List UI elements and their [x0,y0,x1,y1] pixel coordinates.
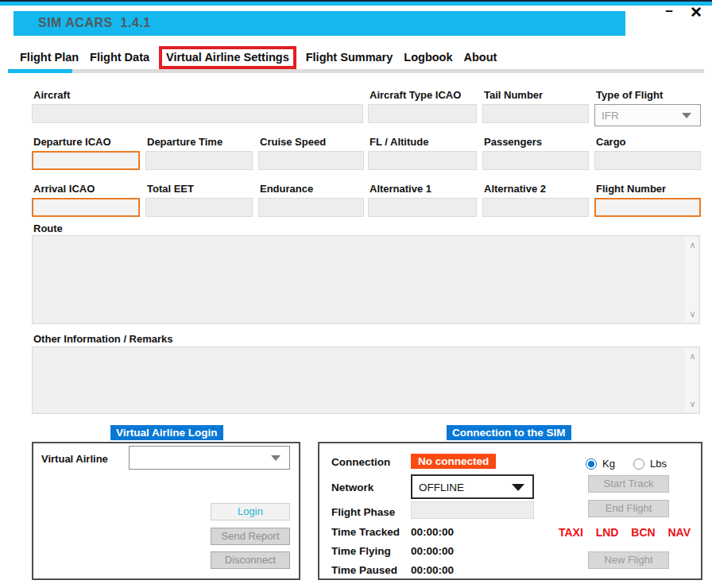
tab-about[interactable]: About [464,49,497,66]
network-select[interactable]: OFFLINE [411,474,534,499]
departure-time-field[interactable] [145,151,253,170]
route-label: Route [33,222,63,234]
time-flying-label: Time Flying [331,545,391,557]
lbs-radio[interactable] [633,458,644,470]
departure-icao-field[interactable] [32,151,140,170]
tab-flight-summary[interactable]: Flight Summary [306,49,393,66]
alternative-1-field[interactable] [368,198,477,217]
new-flight-button[interactable]: New Flight [588,551,669,569]
other-info-label: Other Information / Remarks [33,333,173,345]
endurance-label: Endurance [260,183,313,195]
fl-altitude-field[interactable] [368,151,477,170]
flight-phase-label: Flight Phase [331,506,395,518]
arrival-icao-label: Arrival ICAO [33,183,95,195]
lnd-flag: LND [596,526,619,539]
sim-connection-heading: Connection to the SIM [447,425,571,440]
alternative-1-label: Alternative 1 [370,183,431,195]
sim-acars-window: SIM ACARS 1.4.1 – × Flight Plan Flight D… [0,0,712,588]
tab-virtual-airline-settings[interactable]: Virtual Airline Settings [159,46,296,69]
type-of-flight-select[interactable]: IFR [594,104,701,126]
lbs-radio-label: Lbs [650,458,667,470]
route-scrollbar[interactable]: ∧ ∨ [686,238,698,322]
tail-number-field[interactable] [482,104,589,123]
time-flying-value: 00:00:00 [411,545,454,557]
endurance-field[interactable] [258,198,364,217]
nav-flag: NAV [668,526,691,539]
route-textarea[interactable]: ∧ ∨ [32,235,700,324]
taxi-flag: TAXI [559,526,583,539]
bcn-flag: BCN [631,526,655,539]
departure-icao-label: Departure ICAO [33,136,111,148]
login-button[interactable]: Login [211,503,290,520]
tail-number-label: Tail Number [484,89,543,101]
annunciator-flags: TAXI LND BCN NAV [559,526,691,539]
cruise-speed-field[interactable] [258,151,364,170]
aircraft-type-icao-field[interactable] [368,104,477,123]
network-value: OFFLINE [419,481,464,493]
fl-altitude-label: FL / Altitude [370,136,428,148]
tab-divider [8,69,704,73]
tab-bar: Flight Plan Flight Data Virtual Airline … [20,49,497,66]
app-title: SIM ACARS 1.4.1 [38,16,151,30]
connection-label: Connection [331,456,390,468]
flight-phase-field [411,501,534,519]
passengers-label: Passengers [484,136,542,148]
aircraft-field[interactable] [32,104,363,123]
arrival-icao-field[interactable] [32,198,140,217]
type-of-flight-label: Type of Flight [596,89,663,101]
tab-flight-data[interactable]: Flight Data [90,49,149,66]
scroll-down-icon[interactable]: ∨ [687,399,698,409]
tab-flight-plan[interactable]: Flight Plan [20,49,79,66]
passengers-field[interactable] [482,151,589,170]
scroll-up-icon[interactable]: ∧ [687,240,698,250]
send-report-button[interactable]: Send Report [211,528,290,545]
close-icon[interactable]: × [688,2,704,22]
chevron-down-icon [682,113,691,118]
start-track-button[interactable]: Start Track [588,475,669,493]
virtual-airline-label: Virtual Airline [41,453,108,465]
time-tracked-label: Time Tracked [331,526,400,538]
minimize-icon[interactable]: – [662,2,676,21]
scroll-down-icon[interactable]: ∨ [687,309,698,319]
window-top-border [0,0,712,6]
chevron-down-icon [512,484,524,491]
chevron-down-icon [271,455,281,461]
kg-radio[interactable] [586,458,597,470]
connection-status-badge: No connected [411,454,496,469]
scroll-up-icon[interactable]: ∧ [687,351,698,362]
network-label: Network [331,482,373,493]
total-eet-label: Total EET [147,183,194,195]
aircraft-type-icao-label: Aircraft Type ICAO [370,89,461,101]
cargo-label: Cargo [596,136,626,148]
time-paused-label: Time Paused [331,564,397,576]
flight-number-label: Flight Number [596,183,666,195]
cargo-field[interactable] [594,151,701,170]
alternative-2-field[interactable] [482,198,589,217]
time-tracked-value: 00:00:00 [411,526,454,538]
other-info-scrollbar[interactable]: ∧ ∨ [686,349,698,412]
flight-number-field[interactable] [594,198,701,217]
kg-radio-label: Kg [602,458,615,470]
end-flight-button[interactable]: End Flight [588,500,669,517]
alternative-2-label: Alternative 2 [484,183,546,195]
active-tab-indicator [8,69,72,73]
aircraft-label: Aircraft [33,89,70,101]
other-info-textarea[interactable]: ∧ ∨ [32,346,700,414]
total-eet-field[interactable] [145,198,253,217]
title-bar[interactable]: SIM ACARS 1.4.1 [14,11,625,36]
time-paused-value: 00:00:00 [411,564,454,576]
tab-logbook[interactable]: Logbook [404,49,452,66]
disconnect-button[interactable]: Disconnect [211,551,290,569]
departure-time-label: Departure Time [147,136,222,148]
va-login-heading: Virtual Airline Login [110,425,223,440]
cruise-speed-label: Cruise Speed [260,136,326,148]
virtual-airline-select[interactable] [129,446,290,470]
type-of-flight-value: IFR [602,110,619,122]
